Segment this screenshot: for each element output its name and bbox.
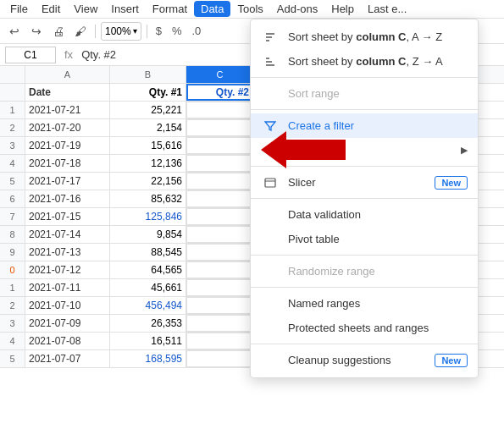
menu-help[interactable]: Help <box>324 1 361 17</box>
cell-qty2[interactable] <box>186 333 254 349</box>
cell-qty1[interactable]: 9,854 <box>110 226 186 243</box>
data-validation-item[interactable]: Data validation <box>251 202 478 227</box>
named-ranges-item[interactable]: Named ranges <box>251 291 478 316</box>
cell-qty1[interactable]: 16,511 <box>110 333 186 349</box>
cleanup-suggestions-item[interactable]: Cleanup suggestions New <box>251 348 478 372</box>
cell-date[interactable]: 2021-07-09 <box>25 315 110 332</box>
cell-qty2[interactable] <box>186 155 254 172</box>
cell-date[interactable]: 2021-07-21 <box>25 102 110 118</box>
currency-decimal-button[interactable]: .0 <box>189 23 205 39</box>
separator-5 <box>251 255 478 256</box>
sort-asc-item[interactable]: Sort sheet by column C, A → Z <box>251 25 478 49</box>
filter-icon <box>264 120 281 132</box>
menu-data[interactable]: Data <box>194 1 230 17</box>
cell-qty2[interactable] <box>186 208 254 225</box>
cell-qty1[interactable]: 25,221 <box>110 102 186 118</box>
cleanup-new-badge: New <box>435 354 468 367</box>
menu-edit[interactable]: Edit <box>35 1 67 17</box>
print-button[interactable]: 🖨 <box>49 22 68 41</box>
slicer-item[interactable]: Slicer New <box>251 170 478 195</box>
cell-date[interactable]: 2021-07-10 <box>25 297 110 314</box>
protected-sheets-item[interactable]: Protected sheets and ranges <box>251 316 478 340</box>
pivot-table-item[interactable]: Pivot table <box>251 227 478 251</box>
currency-dollar-button[interactable]: $ <box>152 23 165 39</box>
cell-date[interactable]: 2021-07-17 <box>25 173 110 190</box>
row-num: 4 <box>0 333 25 349</box>
cell-qty1[interactable]: 26,353 <box>110 315 186 332</box>
cell-header-qty1[interactable]: Qty. #1 <box>110 84 186 101</box>
row-num: 5 <box>0 173 25 190</box>
cell-date[interactable]: 2021-07-15 <box>25 208 110 225</box>
menu-insert[interactable]: Insert <box>104 1 146 17</box>
separator-7 <box>251 344 478 344</box>
cell-date[interactable]: 2021-07-11 <box>25 279 110 296</box>
cell-qty1[interactable]: 22,156 <box>110 173 186 190</box>
filter-views-item[interactable]: Filter views ▶ <box>251 138 478 162</box>
separator-6 <box>251 287 478 288</box>
zoom-selector[interactable]: 100% ▾ <box>101 22 141 41</box>
cell-date[interactable]: 2021-07-07 <box>25 350 110 367</box>
cell-qty2[interactable] <box>186 226 254 243</box>
menu-laste[interactable]: Last e... <box>361 1 413 17</box>
cell-date[interactable]: 2021-07-12 <box>25 261 110 278</box>
cell-qty2[interactable] <box>186 315 254 332</box>
menu-format[interactable]: Format <box>146 1 194 17</box>
sort-desc-icon <box>264 56 281 68</box>
menu-addons[interactable]: Add-ons <box>270 1 324 17</box>
sort-range-item: Sort range <box>251 81 478 106</box>
row-num <box>0 84 25 101</box>
col-header-a[interactable]: A <box>25 66 110 83</box>
cell-date[interactable]: 2021-07-08 <box>25 333 110 349</box>
cell-date[interactable]: 2021-07-14 <box>25 226 110 243</box>
cell-qty1[interactable]: 85,632 <box>110 190 186 207</box>
cell-qty1[interactable]: 125,846 <box>110 208 186 225</box>
menu-tools[interactable]: Tools <box>230 1 269 17</box>
cell-header-date[interactable]: Date <box>25 84 110 101</box>
row-num: 2 <box>0 119 25 136</box>
row-num: 3 <box>0 137 25 154</box>
cell-date[interactable]: 2021-07-18 <box>25 155 110 172</box>
separator-1 <box>251 77 478 78</box>
cell-qty2[interactable] <box>186 102 254 118</box>
undo-button[interactable]: ↩ <box>5 22 24 41</box>
currency-percent-button[interactable]: % <box>169 23 186 39</box>
cell-qty1[interactable]: 64,565 <box>110 261 186 278</box>
cell-qty1[interactable]: 456,494 <box>110 297 186 314</box>
cell-qty1[interactable]: 2,154 <box>110 119 186 136</box>
separator-4 <box>251 198 478 199</box>
data-validation-label: Data validation <box>288 208 361 221</box>
cell-qty2[interactable] <box>186 119 254 136</box>
col-header-c[interactable]: C <box>186 66 254 83</box>
data-dropdown-menu: Sort sheet by column C, A → Z Sort sheet… <box>250 19 479 378</box>
cell-qty2[interactable] <box>186 261 254 278</box>
cell-qty2[interactable] <box>186 350 254 367</box>
create-filter-item[interactable]: Create a filter <box>251 113 478 138</box>
cell-qty2[interactable] <box>186 173 254 190</box>
cell-qty2[interactable] <box>186 244 254 261</box>
cell-header-qty2[interactable]: Qty. #2 <box>186 84 254 101</box>
cell-date[interactable]: 2021-07-20 <box>25 119 110 136</box>
cell-qty2[interactable] <box>186 190 254 207</box>
randomize-range-item: Randomize range <box>251 259 478 283</box>
paint-format-button[interactable]: 🖌 <box>71 22 90 41</box>
cell-qty1[interactable]: 45,661 <box>110 279 186 296</box>
cell-date[interactable]: 2021-07-16 <box>25 190 110 207</box>
cell-date[interactable]: 2021-07-13 <box>25 244 110 261</box>
cell-qty2[interactable] <box>186 137 254 154</box>
sort-desc-item[interactable]: Sort sheet by column C, Z → A <box>251 49 478 74</box>
cell-date[interactable]: 2021-07-19 <box>25 137 110 154</box>
separator-3 <box>251 166 478 167</box>
cell-qty1[interactable]: 15,616 <box>110 137 186 154</box>
filter-views-label: Filter views <box>288 144 343 157</box>
cell-qty1[interactable]: 88,545 <box>110 244 186 261</box>
col-header-b[interactable]: B <box>110 66 186 83</box>
redo-button[interactable]: ↪ <box>27 22 46 41</box>
cell-reference-input[interactable] <box>5 47 56 63</box>
cell-qty1[interactable]: 168,595 <box>110 350 186 367</box>
cell-qty2[interactable] <box>186 297 254 314</box>
menu-view[interactable]: View <box>67 1 104 17</box>
named-ranges-label: Named ranges <box>288 297 360 310</box>
cell-qty1[interactable]: 12,136 <box>110 155 186 172</box>
menu-file[interactable]: File <box>3 1 35 17</box>
cell-qty2[interactable] <box>186 279 254 296</box>
